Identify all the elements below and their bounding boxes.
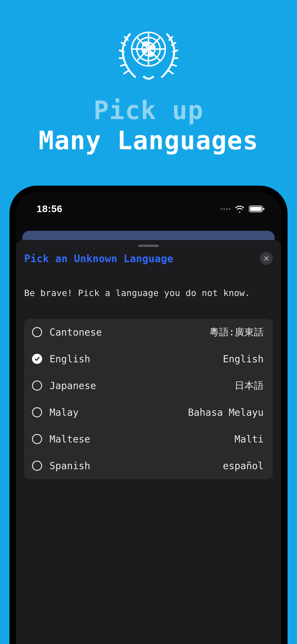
hero-banner: Pick up Many Languages — [0, 0, 297, 154]
close-icon — [264, 256, 269, 262]
radio-unchecked-icon — [32, 380, 42, 391]
language-name: Spanish — [50, 460, 223, 472]
language-name: Cantonese — [50, 326, 210, 338]
battery-icon — [249, 205, 265, 212]
sheet-header: Pick an Unknown Language — [16, 247, 281, 265]
radio-unchecked-icon — [32, 461, 42, 471]
svg-rect-13 — [263, 208, 264, 210]
language-row-japanese[interactable]: Japanese 日本語 — [24, 372, 273, 399]
language-native: English — [223, 353, 264, 364]
close-button[interactable] — [260, 252, 273, 265]
hero-line-2: Many Languages — [0, 127, 297, 154]
language-list: Cantonese 粵語:廣東話 English English Japanes… — [24, 319, 273, 479]
sheet-grabber[interactable] — [138, 244, 159, 247]
language-native: 日本語 — [234, 379, 264, 392]
radio-unchecked-icon — [32, 327, 42, 337]
status-time: 18:56 — [36, 204, 62, 214]
phone-frame: 18:56 — [10, 186, 288, 644]
radio-checked-icon — [32, 354, 42, 364]
language-name: English — [50, 353, 223, 364]
language-native: español — [223, 460, 264, 472]
hero-line-1: Pick up — [0, 96, 297, 124]
svg-point-9 — [142, 50, 147, 54]
language-name: Maltese — [50, 434, 234, 445]
language-name: Japanese — [50, 380, 234, 391]
svg-point-8 — [149, 45, 156, 48]
language-row-spanish[interactable]: Spanish español — [24, 452, 273, 479]
language-native: Malti — [234, 434, 264, 445]
language-row-malay[interactable]: Malay Bahasa Melayu — [24, 399, 273, 426]
status-bar: 18:56 — [16, 192, 281, 218]
language-native: 粵語:廣東話 — [210, 326, 264, 338]
svg-point-10 — [148, 52, 154, 57]
cellular-dots-icon — [220, 208, 230, 210]
radio-unchecked-icon — [32, 434, 42, 444]
language-row-cantonese[interactable]: Cantonese 粵語:廣東話 — [24, 319, 273, 346]
un-emblem-icon — [116, 21, 181, 86]
svg-point-7 — [142, 42, 150, 46]
radio-unchecked-icon — [32, 407, 42, 417]
language-picker-sheet: Pick an Unknown Language Be brave! Pick … — [16, 240, 281, 644]
svg-rect-12 — [250, 207, 262, 211]
language-native: Bahasa Melayu — [188, 407, 264, 418]
status-indicators — [220, 205, 265, 212]
phone-screen: 18:56 — [16, 192, 281, 644]
wifi-icon — [234, 205, 245, 212]
language-row-maltese[interactable]: Maltese Malti — [24, 426, 273, 452]
language-name: Malay — [50, 407, 188, 418]
language-row-english[interactable]: English English — [24, 346, 273, 372]
sheet-title: Pick an Unknown Language — [24, 253, 173, 264]
sheet-subtitle: Be brave! Pick a language you do not kno… — [16, 265, 281, 298]
